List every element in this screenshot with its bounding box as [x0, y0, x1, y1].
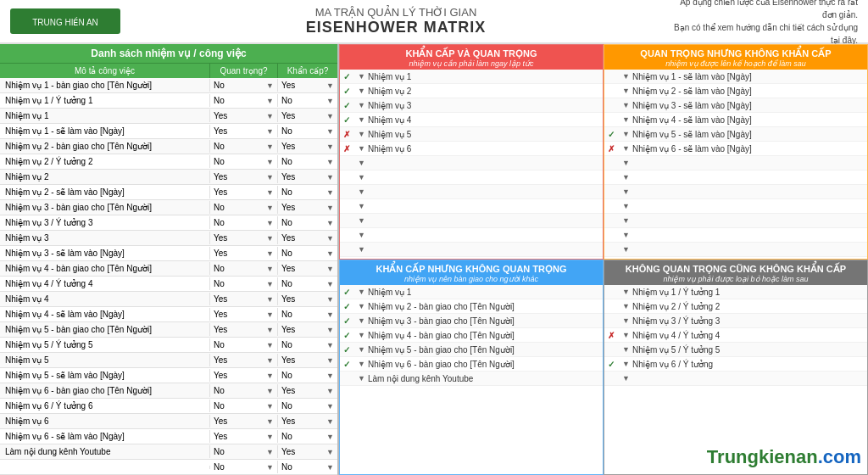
q-dropdown[interactable]: ▼ [622, 331, 630, 339]
q-dropdown[interactable]: ▼ [622, 288, 630, 296]
imp-dropdown[interactable]: ▼ [266, 81, 274, 90]
row-imp[interactable]: No ▼ [210, 445, 278, 458]
imp-dropdown[interactable]: ▼ [266, 97, 274, 105]
urg-dropdown[interactable]: ▼ [326, 127, 334, 136]
imp-dropdown[interactable]: ▼ [266, 280, 274, 288]
q-dropdown[interactable]: ▼ [622, 87, 630, 95]
urg-dropdown[interactable]: ▼ [326, 249, 334, 258]
imp-dropdown[interactable]: ▼ [266, 249, 274, 258]
urg-dropdown[interactable]: ▼ [326, 433, 334, 441]
row-urg[interactable]: No ▼ [278, 247, 337, 260]
row-urg[interactable]: Yes ▼ [278, 109, 337, 122]
urg-dropdown[interactable]: ▼ [326, 402, 334, 411]
q-dropdown[interactable]: ▼ [622, 345, 630, 354]
q-dropdown[interactable]: ▼ [358, 302, 365, 310]
row-urg[interactable]: No ▼ [278, 308, 337, 321]
row-imp[interactable]: Yes ▼ [210, 293, 278, 305]
row-urg[interactable]: No ▼ [278, 369, 337, 382]
imp-dropdown[interactable]: ▼ [266, 295, 274, 304]
q-dropdown-icon[interactable]: ▼ [358, 231, 365, 239]
urg-dropdown[interactable]: ▼ [326, 417, 334, 426]
row-imp[interactable]: Yes ▼ [210, 232, 278, 244]
q-dropdown[interactable]: ▼ [358, 72, 365, 81]
q-dropdown-icon[interactable]: ▼ [622, 216, 630, 225]
imp-dropdown[interactable]: ▼ [266, 356, 274, 365]
row-imp[interactable]: No ▼ [210, 216, 278, 229]
row-urg[interactable]: No ▼ [278, 94, 337, 107]
q-dropdown-icon[interactable]: ▼ [622, 159, 630, 167]
imp-dropdown[interactable]: ▼ [266, 173, 274, 182]
row-imp[interactable]: No ▼ [210, 400, 278, 412]
imp-dropdown[interactable]: ▼ [266, 265, 274, 273]
row-imp[interactable]: No ▼ [210, 277, 278, 290]
urg-dropdown[interactable]: ▼ [326, 372, 334, 380]
q-dropdown[interactable]: ▼ [358, 115, 365, 124]
urg-dropdown[interactable]: ▼ [326, 387, 334, 395]
urg-dropdown[interactable]: ▼ [326, 326, 334, 334]
row-imp[interactable]: No ▼ [210, 461, 278, 473]
q-dropdown-icon[interactable]: ▼ [358, 187, 365, 196]
imp-dropdown[interactable]: ▼ [266, 127, 274, 136]
row-urg[interactable]: No ▼ [278, 461, 337, 473]
urg-dropdown[interactable]: ▼ [326, 310, 334, 319]
q-dropdown-icon[interactable]: ▼ [358, 245, 365, 254]
row-imp[interactable]: Yes ▼ [210, 369, 278, 382]
row-urg[interactable]: No ▼ [278, 430, 337, 443]
imp-dropdown[interactable]: ▼ [266, 417, 274, 426]
urg-dropdown[interactable]: ▼ [326, 448, 334, 456]
q-dropdown[interactable]: ▼ [358, 144, 365, 153]
q-dropdown[interactable]: ▼ [358, 360, 365, 368]
imp-dropdown[interactable]: ▼ [266, 142, 274, 151]
row-urg[interactable]: No ▼ [278, 277, 337, 290]
q-dropdown[interactable]: ▼ [358, 331, 365, 339]
imp-dropdown[interactable]: ▼ [266, 433, 274, 441]
q-dropdown-icon[interactable]: ▼ [358, 202, 365, 210]
q-dropdown-icon[interactable]: ▼ [358, 216, 365, 225]
urg-dropdown[interactable]: ▼ [326, 158, 334, 166]
row-urg[interactable]: Yes ▼ [278, 140, 337, 153]
q-dropdown[interactable]: ▼ [622, 115, 630, 124]
row-imp[interactable]: No ▼ [210, 201, 278, 214]
imp-dropdown[interactable]: ▼ [266, 234, 274, 243]
q-dropdown-icon[interactable]: ▼ [622, 374, 630, 383]
urg-dropdown[interactable]: ▼ [326, 173, 334, 182]
q-dropdown-icon[interactable]: ▼ [622, 187, 630, 196]
imp-dropdown[interactable]: ▼ [266, 326, 274, 334]
imp-dropdown[interactable]: ▼ [266, 310, 274, 319]
q-dropdown[interactable]: ▼ [358, 345, 365, 354]
row-urg[interactable]: Yes ▼ [278, 170, 337, 183]
row-urg[interactable]: No ▼ [278, 338, 337, 351]
row-urg[interactable]: Yes ▼ [278, 445, 337, 458]
imp-dropdown[interactable]: ▼ [266, 402, 274, 411]
q-dropdown[interactable]: ▼ [622, 316, 630, 325]
q-dropdown-icon[interactable]: ▼ [622, 245, 630, 254]
row-imp[interactable]: Yes ▼ [210, 186, 278, 198]
q-dropdown[interactable]: ▼ [358, 130, 365, 138]
imp-dropdown[interactable]: ▼ [266, 219, 274, 227]
urg-dropdown[interactable]: ▼ [326, 142, 334, 151]
urg-dropdown[interactable]: ▼ [326, 112, 334, 120]
row-urg[interactable]: No ▼ [278, 400, 337, 412]
row-imp[interactable]: No ▼ [210, 140, 278, 153]
urg-dropdown[interactable]: ▼ [326, 295, 334, 304]
row-urg[interactable]: Yes ▼ [278, 79, 337, 92]
q-dropdown[interactable]: ▼ [622, 302, 630, 310]
row-urg[interactable]: No ▼ [278, 216, 337, 229]
row-imp[interactable]: No ▼ [210, 262, 278, 275]
row-imp[interactable]: Yes ▼ [210, 354, 278, 366]
q-dropdown[interactable]: ▼ [622, 360, 630, 368]
urg-dropdown[interactable]: ▼ [326, 280, 334, 288]
row-urg[interactable]: Yes ▼ [278, 293, 337, 305]
imp-dropdown[interactable]: ▼ [266, 387, 274, 395]
row-imp[interactable]: Yes ▼ [210, 415, 278, 428]
urg-dropdown[interactable]: ▼ [326, 341, 334, 349]
q-dropdown[interactable]: ▼ [622, 144, 630, 153]
q-dropdown[interactable]: ▼ [622, 72, 630, 81]
imp-dropdown[interactable]: ▼ [266, 112, 274, 120]
row-urg[interactable]: Yes ▼ [278, 201, 337, 214]
q-dropdown-icon[interactable]: ▼ [358, 159, 365, 167]
q-dropdown[interactable]: ▼ [358, 87, 365, 95]
urg-dropdown[interactable]: ▼ [326, 463, 334, 472]
row-imp[interactable]: No ▼ [210, 384, 278, 397]
row-urg[interactable]: Yes ▼ [278, 415, 337, 428]
